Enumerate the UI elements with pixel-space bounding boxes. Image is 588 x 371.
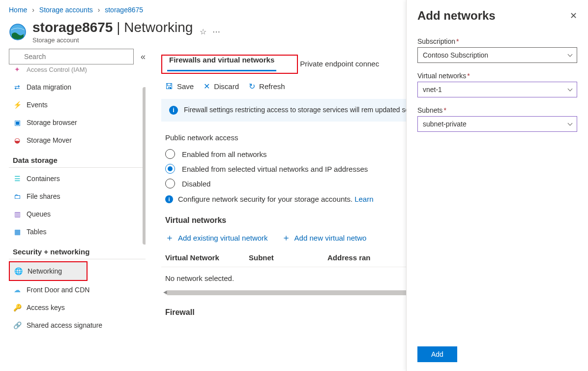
save-button[interactable]: 🖫Save [165,82,194,91]
radio-selected-icon [165,164,175,174]
vnet-label: Virtual networks* [417,72,577,80]
cdn-icon: ☁ [13,285,22,294]
sidebar-item-access-keys[interactable]: 🔑 Access keys [9,299,146,316]
close-icon[interactable]: ✕ [570,10,577,21]
storage-account-icon [9,23,27,41]
sidebar-item-file-shares[interactable]: 🗀 File shares [9,187,146,205]
vnet-select[interactable]: vnet-1 [417,82,577,97]
tab-firewalls[interactable]: Firewalls and virtual networks [167,51,276,71]
collapse-sidebar-icon[interactable]: « [141,52,146,62]
sidebar-item-storage-browser[interactable]: ▣ Storage browser [9,114,146,131]
sidebar-section-security: Security + networking [9,241,146,259]
mover-icon: ◒ [13,136,22,145]
refresh-button[interactable]: ↻Refresh [249,82,285,91]
tab-private-endpoints[interactable]: Private endpoint connec [298,55,381,74]
chevron-down-icon [568,52,573,57]
subscription-select[interactable]: Contoso Subscription [417,47,577,63]
sidebar-item-front-door[interactable]: ☁ Front Door and CDN [9,281,146,299]
sidebar-item-networking[interactable]: 🌐 Networking [10,262,87,280]
sidebar-search-input[interactable] [9,49,134,64]
discard-icon: ✕ [204,82,210,91]
sidebar-nav: ✦ Access Control (IAM) ⇄ Data migration … [9,67,146,358]
plus-icon: ＋ [165,232,174,244]
radio-icon [165,179,175,188]
col-subnet: Subnet [249,253,327,262]
info-icon: i [165,195,173,203]
refresh-icon: ↻ [249,82,255,91]
sidebar-item-containers[interactable]: ☰ Containers [9,170,146,187]
sas-icon: 🔗 [13,321,22,330]
subnet-label: Subnets* [417,106,577,114]
add-networks-panel: Add networks ✕ Subscription* Contoso Sub… [406,0,588,371]
scroll-left-icon: ◀ [163,289,167,295]
favorite-icon[interactable]: ☆ [200,27,206,36]
subnet-select[interactable]: subnet-private [417,116,577,132]
migrate-icon: ⇄ [13,83,22,92]
breadcrumb-home[interactable]: Home [9,6,27,14]
discard-button[interactable]: ✕Discard [204,82,239,91]
sidebar-item-sas[interactable]: 🔗 Shared access signature [9,316,146,334]
sidebar-item-storage-mover[interactable]: ◒ Storage Mover [9,131,146,149]
panel-title: Add networks [417,9,496,23]
add-existing-vnet-link[interactable]: ＋Add existing virtual network [165,232,268,244]
fileshare-icon: 🗀 [13,192,22,201]
subscription-label: Subscription* [417,37,577,45]
lightning-icon: ⚡ [13,100,22,109]
chevron-down-icon [568,121,573,126]
add-new-vnet-link[interactable]: ＋Add new virtual netwo [282,232,367,244]
sidebar-item-tables[interactable]: ▦ Tables [9,223,146,241]
col-virtual-network: Virtual Network [165,253,249,262]
more-icon[interactable]: ⋯ [212,27,220,36]
sidebar-item-data-migration[interactable]: ⇄ Data migration [9,78,146,96]
chevron-down-icon [568,87,573,92]
table-icon: ▦ [13,227,22,236]
sidebar-item-events[interactable]: ⚡ Events [9,96,146,114]
info-icon: i [169,106,178,115]
sidebar: 🔍︎ « ✦ Access Control (IAM) ⇄ Data migra… [0,49,151,371]
globe-icon: 🌐 [14,267,23,276]
container-icon: ☰ [13,174,22,183]
radio-icon [165,149,175,159]
chevron-right-icon: › [98,6,100,14]
sidebar-item-iam[interactable]: ✦ Access Control (IAM) [9,67,146,78]
folder-icon: ▣ [13,118,22,127]
breadcrumb-storage-accounts[interactable]: Storage accounts [39,6,93,14]
page-title: storage8675 | Networking [32,20,193,35]
save-icon: 🖫 [165,82,173,91]
chevron-right-icon: › [32,6,34,14]
sidebar-item-queues[interactable]: ▥ Queues [9,205,146,223]
plus-icon: ＋ [282,232,291,244]
col-address-range: Address ran [327,253,371,262]
breadcrumb-resource[interactable]: storage8675 [105,6,143,14]
resource-type: Storage account [32,36,193,44]
key-icon: 🔑 [13,303,22,312]
queue-icon: ▥ [13,210,22,218]
person-icon: ✦ [13,67,22,74]
learn-more-link[interactable]: Learn [354,195,373,203]
sidebar-scrollbar[interactable] [143,87,146,245]
sidebar-section-data-storage: Data storage [9,149,146,168]
add-button[interactable]: Add [417,346,457,362]
